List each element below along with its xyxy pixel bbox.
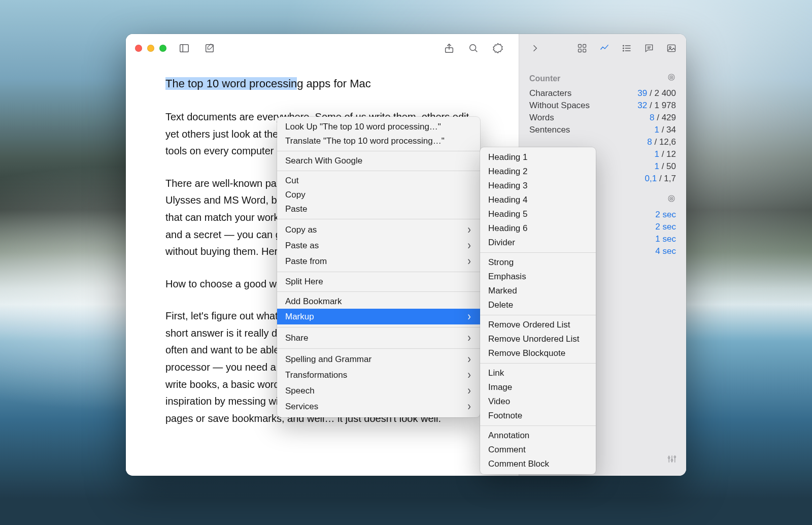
menu-paste[interactable]: Paste: [277, 202, 480, 216]
svg-line-5: [475, 50, 477, 52]
submenu-footnote[interactable]: Footnote: [480, 409, 596, 423]
submenu-comment-block[interactable]: Comment Block: [480, 457, 596, 471]
stat-sentences: Sentences 1 / 34: [529, 124, 676, 136]
svg-rect-0: [180, 45, 189, 52]
toolbar-right: [444, 43, 510, 54]
svg-rect-9: [583, 49, 586, 52]
stat-characters: Characters 39 / 2 400: [529, 87, 676, 100]
submenu-heading-3[interactable]: Heading 3: [480, 179, 596, 193]
compose-icon[interactable]: [204, 43, 215, 54]
zoom-window-button[interactable]: [159, 45, 166, 52]
titlebar: [126, 34, 519, 62]
close-window-button[interactable]: [135, 45, 142, 52]
submenu-divider[interactable]: Divider: [480, 236, 596, 250]
submenu-remove-ol[interactable]: Remove Ordered List: [480, 318, 596, 332]
target-icon[interactable]: [667, 194, 676, 206]
context-menu: Look Up "The top 10 word processing…" Tr…: [277, 117, 480, 417]
search-icon[interactable]: [468, 43, 479, 54]
submenu-comment[interactable]: Comment: [480, 443, 596, 457]
submenu-link[interactable]: Link: [480, 366, 596, 380]
stats-tab-icon[interactable]: [599, 43, 610, 54]
menu-cut[interactable]: Cut: [277, 174, 480, 188]
svg-point-22: [671, 77, 672, 78]
comments-tab-icon[interactable]: [644, 43, 655, 54]
stat-without-spaces: Without Spaces 32 / 1 978: [529, 100, 676, 112]
submenu-heading-4[interactable]: Heading 4: [480, 193, 596, 207]
menu-spelling[interactable]: Spelling and Grammar: [277, 351, 480, 367]
share-icon[interactable]: [444, 43, 455, 54]
collapse-sidebar-icon[interactable]: [529, 43, 540, 54]
outline-tab-icon[interactable]: [621, 43, 632, 54]
stat-row: 8 / 12,6: [529, 136, 676, 148]
submenu-marked[interactable]: Marked: [480, 284, 596, 298]
menu-speech[interactable]: Speech: [277, 383, 480, 399]
submenu-strong[interactable]: Strong: [480, 255, 596, 270]
svg-rect-6: [579, 45, 582, 48]
menu-lookup[interactable]: Look Up "The top 10 word processing…": [277, 120, 480, 134]
svg-rect-18: [668, 45, 675, 51]
markup-submenu: Heading 1 Heading 2 Heading 3 Heading 4 …: [480, 147, 596, 474]
svg-point-14: [623, 48, 624, 49]
svg-point-15: [623, 50, 624, 51]
target-icon[interactable]: [667, 73, 676, 84]
svg-point-19: [669, 47, 671, 48]
menu-copy[interactable]: Copy: [277, 188, 480, 202]
submenu-remove-ul[interactable]: Remove Unordered List: [480, 332, 596, 346]
submenu-heading-1[interactable]: Heading 1: [480, 150, 596, 165]
sidebar-toggle-icon[interactable]: [179, 43, 190, 54]
svg-point-30: [671, 460, 672, 461]
svg-point-13: [623, 45, 624, 46]
menu-add-bookmark[interactable]: Add Bookmark: [277, 294, 480, 309]
menu-transformations[interactable]: Transformations: [277, 367, 480, 383]
menu-paste-as[interactable]: Paste as: [277, 238, 480, 253]
submenu-heading-2[interactable]: Heading 2: [480, 165, 596, 179]
svg-point-31: [674, 456, 675, 457]
submenu-image[interactable]: Image: [480, 380, 596, 395]
counter-heading: Counter: [529, 74, 560, 83]
submenu-heading-5[interactable]: Heading 5: [480, 207, 596, 221]
dashboard-tab-icon[interactable]: [577, 43, 588, 54]
menu-split-here[interactable]: Split Here: [277, 275, 480, 289]
menu-copy-as[interactable]: Copy as: [277, 222, 480, 238]
menu-paste-from[interactable]: Paste from: [277, 253, 480, 269]
window-controls: [135, 45, 166, 52]
svg-rect-7: [583, 45, 586, 48]
svg-point-4: [470, 45, 476, 51]
goal-badge-icon[interactable]: [492, 43, 503, 54]
menu-markup[interactable]: Markup: [277, 309, 480, 324]
menu-translate[interactable]: Translate "The top 10 word processing…": [277, 134, 480, 148]
sidebar-tabs: [519, 34, 686, 62]
svg-point-29: [668, 457, 670, 458]
submenu-delete[interactable]: Delete: [480, 298, 596, 312]
menu-share[interactable]: Share: [277, 330, 480, 346]
document-title[interactable]: The top 10 word processing apps for Mac: [165, 77, 371, 90]
menu-services[interactable]: Services: [277, 399, 480, 414]
submenu-heading-6[interactable]: Heading 6: [480, 221, 596, 236]
settings-sliders-icon[interactable]: [667, 454, 677, 467]
submenu-video[interactable]: Video: [480, 395, 596, 409]
svg-rect-8: [579, 49, 582, 52]
minimize-window-button[interactable]: [147, 45, 154, 52]
selection-highlight: The top 10 word processin: [165, 77, 297, 90]
svg-point-25: [671, 198, 672, 199]
menu-search-google[interactable]: Search With Google: [277, 154, 480, 168]
submenu-annotation[interactable]: Annotation: [480, 429, 596, 443]
stat-words: Words 8 / 429: [529, 112, 676, 124]
submenu-emphasis[interactable]: Emphasis: [480, 270, 596, 284]
media-tab-icon[interactable]: [666, 43, 677, 54]
submenu-remove-bq[interactable]: Remove Blockquote: [480, 346, 596, 360]
